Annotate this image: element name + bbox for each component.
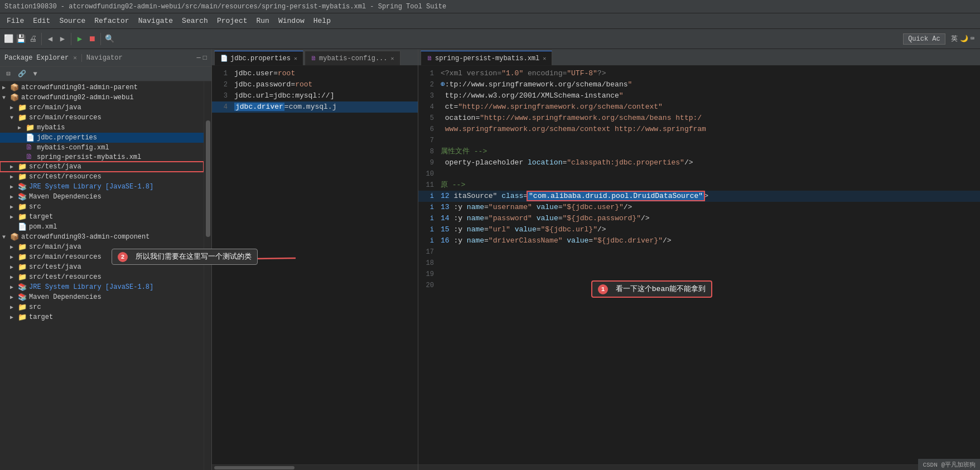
panel-menu-btn[interactable]: ▼ (29, 68, 41, 80)
menu-project[interactable]: Project (213, 14, 252, 27)
toolbar-save[interactable]: 💾 (15, 33, 27, 45)
expand-arrow-src3[interactable]: ▶ (10, 304, 18, 311)
spring-line-6: 6 www.springframework.org/schema/context… (418, 124, 980, 135)
left-panel-scrollbar[interactable] (204, 81, 211, 470)
expand-arrow-mvn3[interactable]: ▶ (10, 294, 18, 301)
expand-arrow-smj3[interactable]: ▶ (10, 244, 18, 250)
jdbc-hscroll[interactable] (212, 464, 418, 470)
expand-arrow-mybatis[interactable]: ▶ (18, 124, 26, 131)
tree-item-jre[interactable]: ▶ 📚 JRE System Library [JavaSE-1.8] (0, 182, 204, 192)
collapse-all-btn[interactable]: ⊟ (2, 68, 15, 80)
menu-search[interactable]: Search (177, 14, 213, 27)
expand-arrow-jre[interactable]: ▶ (10, 183, 18, 190)
tree-item-mybatis-config[interactable]: 🗎 mybatis-config.xml (0, 143, 204, 152)
expand-arrow-stj[interactable]: ▶ (10, 163, 18, 170)
expand-arrow-jre3[interactable]: ▶ (10, 284, 18, 290)
expand-arrow-01[interactable]: ▶ (2, 84, 10, 91)
tree-item-tgt3[interactable]: ▶ 📁 target (0, 312, 204, 322)
tree-item-src3[interactable]: ▶ 📁 src (0, 302, 204, 312)
quick-access-bar[interactable]: Quick Ac (903, 33, 945, 45)
menu-run[interactable]: Run (252, 14, 274, 27)
status-icons: 英 🌙 ⌨ (948, 33, 978, 45)
expand-arrow-03[interactable]: ▼ (2, 234, 10, 240)
toolbar-forward[interactable]: ▶ (56, 33, 69, 45)
tab-spring-persist[interactable]: 🗎 spring-persist-mybatis.xml ✕ (421, 51, 552, 65)
toolbar-run[interactable]: ▶ (74, 33, 86, 45)
navigator-tab[interactable]: Navigator (81, 54, 123, 62)
tree-item-atcrowdfunding03[interactable]: ▼ 📦 atcrowdfunding03-admin-component (0, 232, 204, 242)
expand-arrow-smr[interactable]: ▼ (10, 115, 18, 121)
tree-item-maven-deps[interactable]: ▶ 📚 Maven Dependencies (0, 192, 204, 202)
expand-arrow-mvn[interactable]: ▶ (10, 193, 18, 200)
folder-icon-stj: 📁 (18, 162, 28, 171)
expand-arrow-smj[interactable]: ▶ (10, 104, 18, 111)
expand-arrow-tgt3[interactable]: ▶ (10, 314, 18, 321)
tree-item-target[interactable]: ▶ 📁 target (0, 212, 204, 222)
sline-num-8: 8 (418, 146, 438, 157)
tree-item-src-main-resources[interactable]: ▼ 📁 src/main/resources (0, 113, 204, 123)
menu-help[interactable]: Help (309, 14, 335, 27)
tab-jdbc-properties[interactable]: 📄 jdbc.properties ✕ (214, 51, 303, 65)
menu-file[interactable]: File (2, 14, 28, 27)
quick-access-label: Quick Ac (908, 35, 940, 43)
library-icon-mvn3: 📚 (18, 293, 28, 302)
sline-num-16: i (418, 235, 438, 246)
expand-arrow-02[interactable]: ▼ (2, 95, 10, 101)
expand-arrow-stj3[interactable]: ▶ (10, 264, 18, 270)
minimize-icon[interactable]: — (197, 54, 201, 62)
toolbar-search[interactable]: 🔍 (103, 33, 115, 45)
panel-close-icon[interactable]: ✕ (73, 54, 77, 61)
toolbar-print[interactable]: 🖨 (27, 33, 39, 45)
tab-close-spring[interactable]: ✕ (543, 55, 546, 62)
tree-item-src-test-resources[interactable]: ▶ 📁 src/test/resources (0, 172, 204, 182)
menu-navigate[interactable]: Navigate (134, 14, 177, 27)
tree-item-atcrowdfunding02[interactable]: ▼ 📦 atcrowdfunding02-admin-webui (0, 93, 204, 103)
expand-arrow-tgt[interactable]: ▶ (10, 214, 18, 220)
spring-line-2: 2 ⊕:tp://www.springframework.org/schema/… (418, 79, 980, 90)
maximize-icon[interactable]: □ (203, 54, 207, 62)
tree-item-src-test-java[interactable]: ▶ 📁 src/test/java (0, 162, 204, 172)
tree-item-src-main-java[interactable]: ▶ 📁 src/main/java (0, 103, 204, 113)
title-text: Station190830 - atcrowdfunding02-admin-w… (4, 3, 446, 11)
menu-refactor[interactable]: Refactor (90, 14, 133, 27)
spring-hscroll[interactable] (418, 464, 980, 470)
sline-content-19 (438, 269, 980, 280)
tree-item-pom[interactable]: 📄 pom.xml (0, 222, 204, 232)
tree-item-src[interactable]: ▶ 📁 src (0, 202, 204, 212)
folder-icon-mybatis: 📁 (26, 123, 36, 132)
line-num-1: 1 (212, 68, 232, 79)
toolbar-new[interactable]: ⬜ (2, 33, 15, 45)
expand-arrow-str[interactable]: ▶ (10, 173, 18, 180)
toolbar-back[interactable]: ◀ (44, 33, 56, 45)
sline-content-8: 属性文件 --> (438, 146, 980, 157)
folder-icon-smr: 📁 (18, 113, 28, 122)
tree-item-spring-persist[interactable]: 🗎 spring-persist-mybatis.xml (0, 152, 204, 162)
sline-num-10: 10 (418, 168, 438, 180)
tree-item-str3[interactable]: ▶ 📁 src/test/resources (0, 272, 204, 282)
menu-source[interactable]: Source (55, 14, 90, 27)
menu-edit[interactable]: Edit (28, 14, 55, 27)
folder-icon-stj3: 📁 (18, 263, 28, 272)
link-editor-btn[interactable]: 🔗 (16, 68, 28, 80)
jdbc-hscroll-thumb[interactable] (214, 466, 295, 469)
tab-mybatis-config[interactable]: 🗎 mybatis-config... ✕ (305, 51, 400, 65)
scroll-thumb-left[interactable] (206, 120, 210, 237)
sline-content-16: 16 :y name="driverClassName" value="${jd… (438, 235, 980, 246)
tab-close-mybatis[interactable]: ✕ (390, 55, 394, 62)
spring-line-16: i 16 :y name="driverClassName" value="${… (418, 235, 980, 246)
expand-arrow-smr3[interactable]: ▶ (10, 254, 18, 260)
folder-icon-src3: 📁 (18, 303, 28, 312)
project-icon-03: 📦 (10, 232, 20, 241)
expand-arrow-src[interactable]: ▶ (10, 203, 18, 210)
tree-item-mybatis[interactable]: ▶ 📁 mybatis (0, 123, 204, 133)
tree-item-jdbc-properties[interactable]: 📄 jdbc.properties (0, 133, 204, 143)
menu-window[interactable]: Window (274, 14, 309, 27)
tree-item-mvn3[interactable]: ▶ 📚 Maven Dependencies (0, 292, 204, 302)
expand-arrow-str3[interactable]: ▶ (10, 274, 18, 280)
toolbar-stop[interactable]: ⏹ (86, 33, 98, 45)
spring-line-9: 9 operty-placeholder location="classpath… (418, 157, 980, 168)
tab-close-jdbc[interactable]: ✕ (294, 55, 297, 62)
tree-item-jre3[interactable]: ▶ 📚 JRE System Library [JavaSE-1.8] (0, 282, 204, 292)
sline-num-7: 7 (418, 135, 438, 146)
tree-item-atcrowdfunding01[interactable]: ▶ 📦 atcrowdfunding01-admin-parent (0, 83, 204, 93)
